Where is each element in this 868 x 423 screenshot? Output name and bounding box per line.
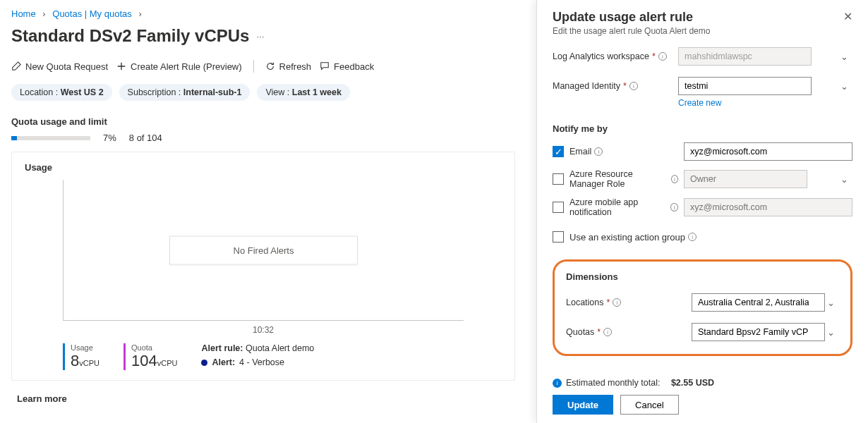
breadcrumb: Home › Quotas | My quotas ›: [11, 8, 515, 19]
existing-action-group-checkbox[interactable]: [553, 231, 564, 243]
law-select: [678, 47, 812, 66]
info-icon[interactable]: i: [613, 298, 621, 307]
usage-progress-bar: [11, 136, 90, 140]
dimensions-heading: Dimensions: [566, 271, 839, 282]
create-alert-rule-button[interactable]: Create Alert Rule (Preview): [116, 61, 242, 72]
email-checkbox[interactable]: ✓: [553, 146, 564, 157]
refresh-icon: [265, 61, 275, 71]
chevron-right-icon: ›: [42, 8, 45, 19]
more-actions-button[interactable]: ···: [256, 31, 264, 46]
email-input[interactable]: [684, 142, 852, 161]
chevron-down-icon: ⌄: [827, 327, 835, 338]
dimensions-highlight-frame: Dimensions Locations*i ⌄ Quotas*i ⌄: [553, 259, 852, 356]
chart-area: No Fired Alerts: [63, 180, 464, 321]
learn-more-heading: Learn more: [17, 393, 515, 404]
quotas-select[interactable]: [692, 323, 825, 341]
no-fired-alerts-message: No Fired Alerts: [169, 235, 358, 264]
info-icon[interactable]: i: [594, 147, 603, 156]
panel-subtitle: Edit the usage alert rule Quota Alert de…: [553, 26, 710, 36]
chevron-down-icon: ⌄: [840, 81, 848, 92]
filter-location[interactable]: Location : West US 2: [11, 84, 112, 101]
locations-label: Locations*i: [566, 298, 692, 307]
refresh-button[interactable]: Refresh: [265, 61, 312, 72]
chart-title: Usage: [25, 162, 502, 173]
filter-subscription[interactable]: Subscription : Internal-sub-1: [119, 84, 251, 101]
arm-role-select: [684, 170, 807, 188]
chevron-right-icon: ›: [138, 8, 141, 19]
info-icon[interactable]: i: [670, 203, 678, 212]
stat-quota: Quota 104vCPU: [123, 343, 177, 370]
mobile-app-input: [684, 198, 852, 216]
feedback-icon: [320, 61, 330, 71]
divider: [253, 60, 254, 73]
estimated-total: i Estimated monthly total: $2.55 USD: [553, 378, 852, 388]
chevron-down-icon: ⌄: [840, 51, 848, 62]
filter-view[interactable]: View : Last 1 week: [257, 84, 349, 101]
create-new-link[interactable]: Create new: [678, 98, 852, 108]
alert-rule-info: Alert rule: Quota Alert demo Alert: 4 - …: [201, 343, 314, 367]
usage-of: 8 of 104: [129, 133, 162, 143]
notify-heading: Notify me by: [553, 123, 852, 134]
edit-icon: [11, 61, 21, 71]
breadcrumb-quotas[interactable]: Quotas | My quotas: [52, 8, 132, 19]
page-title: Standard DSv2 Family vCPUs: [11, 26, 249, 46]
cancel-button[interactable]: Cancel: [620, 395, 678, 415]
info-icon[interactable]: i: [671, 175, 678, 183]
managed-identity-label: Managed Identity*i: [553, 81, 678, 91]
panel-title: Update usage alert rule: [553, 10, 710, 25]
locations-select[interactable]: [692, 293, 825, 312]
new-quota-request-button[interactable]: New Quota Request: [11, 61, 108, 72]
severity-dot-icon: [201, 360, 207, 366]
law-label: Log Analytics workspace*i: [553, 51, 678, 61]
arm-role-checkbox[interactable]: [553, 173, 564, 185]
chart-x-tick: 10:32: [25, 325, 502, 335]
info-icon[interactable]: i: [629, 82, 638, 90]
info-icon[interactable]: i: [603, 328, 612, 336]
feedback-button[interactable]: Feedback: [320, 61, 374, 72]
update-button[interactable]: Update: [553, 395, 613, 415]
managed-identity-select[interactable]: [678, 77, 812, 95]
usage-card: Usage No Fired Alerts 10:32 Usage 8vCPU …: [11, 152, 515, 381]
chevron-down-icon: ⌄: [827, 298, 835, 308]
quotas-label: Quotas*i: [566, 327, 692, 337]
info-icon[interactable]: i: [658, 52, 667, 61]
usage-pct: 7%: [103, 133, 116, 143]
plus-icon: [116, 61, 126, 71]
stat-usage: Usage 8vCPU: [63, 343, 100, 370]
close-panel-button[interactable]: ✕: [843, 10, 852, 23]
quota-usage-heading: Quota usage and limit: [11, 116, 515, 127]
update-alert-panel: Update usage alert rule Edit the usage a…: [536, 0, 868, 423]
mobile-app-checkbox[interactable]: [553, 202, 564, 213]
breadcrumb-home[interactable]: Home: [11, 8, 36, 19]
info-icon[interactable]: i: [688, 233, 697, 241]
chevron-down-icon: ⌄: [840, 174, 848, 185]
info-icon: i: [553, 379, 562, 388]
